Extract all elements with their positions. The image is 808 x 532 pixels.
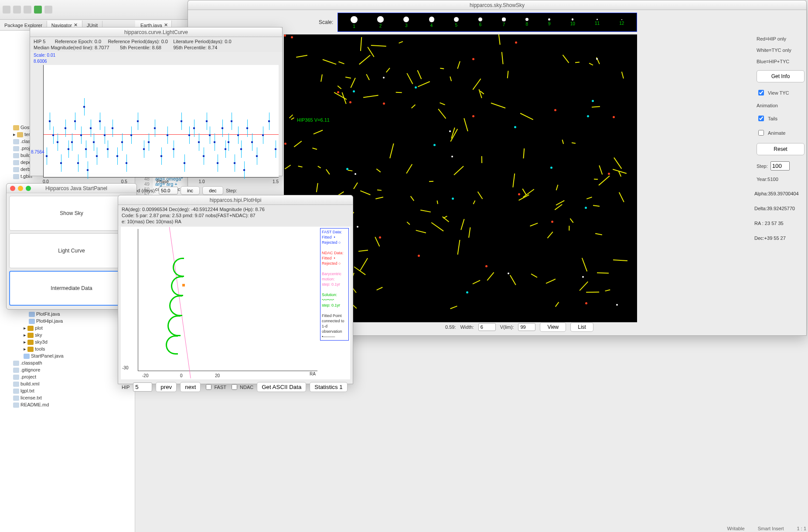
ide-toolbar <box>0 0 188 20</box>
statistics-button[interactable]: Statistics 1 <box>310 382 347 392</box>
new-icon[interactable] <box>3 6 10 14</box>
sky-marker-label: HIP365 V=6.11 <box>297 117 330 123</box>
tree-folder[interactable]: ▸ sky3d <box>1 338 134 345</box>
sky-side-panel: Red=HIP only White=TYC only Blue=HIP+TYC… <box>757 36 805 182</box>
fitted-point <box>182 284 185 286</box>
plothipi-plot[interactable]: -30 -20 0 20 RA FAST Data: Fitted • Reje… <box>121 227 350 379</box>
get-ascii-button[interactable]: Get ASCII Data <box>257 382 306 392</box>
solution-curve <box>166 335 178 355</box>
solution-curve <box>167 315 181 336</box>
get-info-button[interactable]: Get Info <box>757 70 805 82</box>
ndac-checkbox[interactable]: NDAC <box>230 383 253 391</box>
tree-file[interactable]: .project <box>1 373 134 380</box>
y-tick: -30 <box>122 365 128 370</box>
startpanel-title: Hipparcos Java StartPanel <box>7 184 136 193</box>
trial-period-input[interactable] <box>159 187 178 194</box>
startpanel-window: Hipparcos Java StartPanel Show Sky Light… <box>6 183 137 310</box>
plothipi-header: RA(deg): 0.00996534 Dec(deg): -40.591224… <box>118 205 353 226</box>
show-sky-button[interactable]: Show Sky <box>9 196 134 231</box>
solution-curve <box>169 295 182 316</box>
legend-blue: Blue=HIP+TYC <box>757 59 805 64</box>
tree-folder[interactable]: ▸ sky <box>1 331 134 338</box>
step-label: Step: <box>226 188 237 193</box>
debug-icon[interactable] <box>24 6 31 14</box>
tree-file[interactable]: build.xml <box>1 380 134 387</box>
animation-label: Animation <box>757 103 805 108</box>
step-label: Step: <box>757 164 768 169</box>
run-icon[interactable] <box>34 6 42 14</box>
x-tick: 1.0 <box>199 179 205 184</box>
lc-ymid: 8.7564 <box>31 150 44 154</box>
lightcurve-header: HIP 5 Reference Epoch: 0.0 Reference Per… <box>30 37 282 52</box>
plothipi-legend: FAST Data: Fitted • Rejected ○ NDAC Data… <box>320 228 349 341</box>
vlim-label: V(lim): <box>500 324 514 330</box>
x-axis-label: Phase <box>157 179 169 184</box>
ra-label: RA : 23 57 35 <box>754 221 805 226</box>
x-tick: 20 <box>215 373 220 378</box>
hip-label: HIP <box>122 385 130 390</box>
lc-ytop: 8.6006 <box>34 59 47 64</box>
x-tick: 1.5 <box>273 179 279 184</box>
animate-checkbox[interactable]: Animate <box>757 129 805 137</box>
legend-red: Red=HIP only <box>757 36 805 41</box>
vlim-input[interactable] <box>518 323 535 331</box>
plothipi-title: hipparcos.hipi.PlotHipi <box>118 195 353 205</box>
ra-axis-label: RA <box>310 372 316 376</box>
median-line <box>44 134 279 135</box>
intermediate-data-button[interactable]: Intermediate Data <box>9 271 134 306</box>
inc-button[interactable]: inc <box>181 186 200 195</box>
tree-file[interactable]: StartPanel.java <box>1 352 134 359</box>
tree-file[interactable]: license.txt <box>1 394 134 401</box>
width-label: Width: <box>460 324 474 330</box>
tails-checkbox[interactable]: Tails <box>757 114 805 123</box>
scale-label: Scale: <box>319 19 333 25</box>
dec-label: Dec:+39 55 27 <box>754 235 805 241</box>
hip-input[interactable] <box>133 382 152 392</box>
x-tick: 0 <box>180 373 183 378</box>
fast-checkbox[interactable]: FAST <box>204 383 226 391</box>
sky-info: Alpha:359.39700404 Delta:39.92425770 RA … <box>754 191 805 241</box>
tree-file[interactable]: .classpath <box>1 359 134 366</box>
tree-folder[interactable]: ▸ plot <box>1 324 134 331</box>
x-axis <box>138 371 317 371</box>
solution-curve <box>171 276 183 296</box>
tree-file[interactable]: PlotHipi.java <box>1 317 134 324</box>
list-button[interactable]: List <box>570 322 593 332</box>
reset-button[interactable]: Reset <box>757 143 805 155</box>
tree-file[interactable]: .gitignore <box>1 366 134 373</box>
lc-scale: Scale: 0.01 <box>34 53 55 58</box>
view-button[interactable]: View <box>540 322 566 332</box>
plothipi-window: hipparcos.hipi.PlotHipi RA(deg): 0.00996… <box>118 195 353 384</box>
legend-white: White=TYC only <box>757 48 805 53</box>
status-bar: WritableSmart Insert1 : 1 <box>727 526 806 531</box>
year-label: Year:5100 <box>757 177 805 182</box>
frag-label: 0.59: <box>445 324 456 330</box>
sky-bottom-bar: 0.59: Width: V(lim): View List <box>445 321 668 333</box>
plothipi-footer: HIP prev next FAST NDAC Get ASCII Data S… <box>118 380 353 394</box>
tree-file[interactable]: PlotFit.java <box>1 310 134 317</box>
scale-box[interactable]: 123456789101112 <box>338 13 637 32</box>
width-input[interactable] <box>478 323 496 331</box>
step-input[interactable] <box>770 161 790 171</box>
build-icon[interactable] <box>44 6 52 14</box>
close-icon[interactable] <box>10 186 15 191</box>
lightcurve-title: hipparcos.curve.LightCurve <box>30 27 282 37</box>
tree-file[interactable]: lgpl.txt <box>1 387 134 394</box>
x-tick: -20 <box>142 373 148 378</box>
delta-label: Delta:39.92425770 <box>754 206 805 211</box>
alpha-label: Alpha:359.39700404 <box>754 191 805 196</box>
lightcurve-window: hipparcos.curve.LightCurve HIP 5 Referen… <box>30 27 283 176</box>
view-tyc-checkbox[interactable]: View TYC <box>757 89 805 97</box>
dec-button[interactable]: dec <box>202 186 223 195</box>
light-curve-button[interactable]: Light Curve <box>9 233 134 268</box>
tree-file[interactable]: README.md <box>1 401 134 408</box>
showsky-title: hipparcos.sky.ShowSky <box>188 0 806 10</box>
y-axis <box>138 229 138 371</box>
tree-folder[interactable]: ▸ tools <box>1 345 134 352</box>
lightcurve-plot[interactable]: 0.0 0.5 Phase 1.0 1.5 <box>43 65 279 177</box>
save-icon[interactable] <box>13 6 21 14</box>
next-button[interactable]: next <box>180 382 201 392</box>
prev-button[interactable]: prev <box>156 382 177 392</box>
